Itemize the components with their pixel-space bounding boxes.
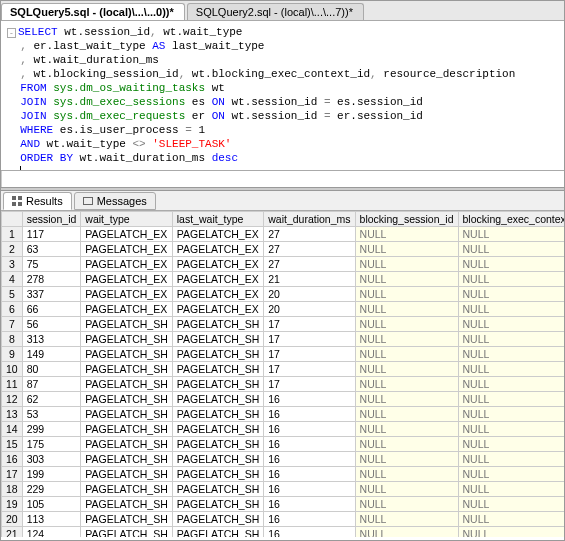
- cell-blocking-session-id[interactable]: NULL: [355, 332, 458, 347]
- cell-last-wait-type[interactable]: PAGELATCH_SH: [172, 422, 263, 437]
- outline-collapse-icon[interactable]: -: [7, 28, 16, 38]
- cell-blocking-session-id[interactable]: NULL: [355, 467, 458, 482]
- row-number[interactable]: 19: [2, 497, 23, 512]
- row-number[interactable]: 7: [2, 317, 23, 332]
- row-number[interactable]: 9: [2, 347, 23, 362]
- cell-last-wait-type[interactable]: PAGELATCH_SH: [172, 467, 263, 482]
- cell-blocking-session-id[interactable]: NULL: [355, 437, 458, 452]
- cell-last-wait-type[interactable]: PAGELATCH_SH: [172, 527, 263, 538]
- cell-wait-duration-ms[interactable]: 17: [264, 377, 355, 392]
- cell-wait-type[interactable]: PAGELATCH_SH: [81, 467, 172, 482]
- cell-wait-duration-ms[interactable]: 16: [264, 467, 355, 482]
- cell-blocking-session-id[interactable]: NULL: [355, 362, 458, 377]
- row-number[interactable]: 6: [2, 302, 23, 317]
- cell-wait-duration-ms[interactable]: 17: [264, 362, 355, 377]
- cell-blocking-session-id[interactable]: NULL: [355, 512, 458, 527]
- cell-blocking-session-id[interactable]: NULL: [355, 452, 458, 467]
- table-row[interactable]: 9149PAGELATCH_SHPAGELATCH_SH17NULLNULL8:…: [2, 347, 565, 362]
- cell-session-id[interactable]: 87: [22, 377, 81, 392]
- cell-last-wait-type[interactable]: PAGELATCH_SH: [172, 512, 263, 527]
- cell-blocking-session-id[interactable]: NULL: [355, 227, 458, 242]
- col-blocking-exec-context-id[interactable]: blocking_exec_context_id: [458, 212, 564, 227]
- table-row[interactable]: 1080PAGELATCH_SHPAGELATCH_SH17NULLNULL8:…: [2, 362, 565, 377]
- row-number[interactable]: 8: [2, 332, 23, 347]
- cell-session-id[interactable]: 313: [22, 332, 81, 347]
- cell-wait-duration-ms[interactable]: 20: [264, 302, 355, 317]
- cell-last-wait-type[interactable]: PAGELATCH_SH: [172, 392, 263, 407]
- cell-session-id[interactable]: 337: [22, 287, 81, 302]
- tab-results[interactable]: Results: [3, 192, 72, 210]
- cell-blocking-exec-context-id[interactable]: NULL: [458, 362, 564, 377]
- table-row[interactable]: 1187PAGELATCH_SHPAGELATCH_SH17NULLNULL8:…: [2, 377, 565, 392]
- cell-blocking-session-id[interactable]: NULL: [355, 302, 458, 317]
- cell-wait-type[interactable]: PAGELATCH_EX: [81, 242, 172, 257]
- row-number[interactable]: 18: [2, 482, 23, 497]
- cell-wait-duration-ms[interactable]: 16: [264, 392, 355, 407]
- cell-wait-duration-ms[interactable]: 20: [264, 287, 355, 302]
- cell-session-id[interactable]: 66: [22, 302, 81, 317]
- cell-wait-type[interactable]: PAGELATCH_EX: [81, 302, 172, 317]
- table-row[interactable]: 21124PAGELATCH_SHPAGELATCH_SH16NULLNULL8…: [2, 527, 565, 538]
- cell-blocking-exec-context-id[interactable]: NULL: [458, 452, 564, 467]
- cell-wait-duration-ms[interactable]: 16: [264, 422, 355, 437]
- cell-wait-duration-ms[interactable]: 27: [264, 257, 355, 272]
- cell-last-wait-type[interactable]: PAGELATCH_SH: [172, 377, 263, 392]
- cell-last-wait-type[interactable]: PAGELATCH_SH: [172, 437, 263, 452]
- row-number[interactable]: 15: [2, 437, 23, 452]
- cell-wait-type[interactable]: PAGELATCH_SH: [81, 332, 172, 347]
- row-number[interactable]: 13: [2, 407, 23, 422]
- cell-wait-type[interactable]: PAGELATCH_SH: [81, 527, 172, 538]
- col-wait-type[interactable]: wait_type: [81, 212, 172, 227]
- cell-last-wait-type[interactable]: PAGELATCH_EX: [172, 302, 263, 317]
- results-grid-wrapper[interactable]: session_id wait_type last_wait_type wait…: [1, 211, 564, 537]
- cell-blocking-session-id[interactable]: NULL: [355, 392, 458, 407]
- cell-wait-duration-ms[interactable]: 17: [264, 332, 355, 347]
- row-number[interactable]: 10: [2, 362, 23, 377]
- cell-blocking-exec-context-id[interactable]: NULL: [458, 287, 564, 302]
- cell-session-id[interactable]: 63: [22, 242, 81, 257]
- cell-wait-type[interactable]: PAGELATCH_SH: [81, 347, 172, 362]
- table-row[interactable]: 16303PAGELATCH_SHPAGELATCH_SH16NULLNULL8…: [2, 452, 565, 467]
- row-number[interactable]: 11: [2, 377, 23, 392]
- table-row[interactable]: 375PAGELATCH_EXPAGELATCH_EX27NULLNULL8:1…: [2, 257, 565, 272]
- row-number[interactable]: 1: [2, 227, 23, 242]
- cell-last-wait-type[interactable]: PAGELATCH_EX: [172, 227, 263, 242]
- cell-last-wait-type[interactable]: PAGELATCH_EX: [172, 287, 263, 302]
- row-number[interactable]: 5: [2, 287, 23, 302]
- cell-session-id[interactable]: 124: [22, 527, 81, 538]
- cell-session-id[interactable]: 62: [22, 392, 81, 407]
- cell-session-id[interactable]: 53: [22, 407, 81, 422]
- cell-last-wait-type[interactable]: PAGELATCH_SH: [172, 362, 263, 377]
- cell-wait-duration-ms[interactable]: 16: [264, 452, 355, 467]
- cell-last-wait-type[interactable]: PAGELATCH_EX: [172, 242, 263, 257]
- cell-wait-duration-ms[interactable]: 27: [264, 242, 355, 257]
- tab-query2[interactable]: SQLQuery2.sql - (local)\...\...7))*: [187, 3, 364, 20]
- cell-session-id[interactable]: 80: [22, 362, 81, 377]
- row-number[interactable]: 17: [2, 467, 23, 482]
- cell-blocking-session-id[interactable]: NULL: [355, 242, 458, 257]
- col-session-id[interactable]: session_id: [22, 212, 81, 227]
- cell-blocking-exec-context-id[interactable]: NULL: [458, 317, 564, 332]
- cell-wait-type[interactable]: PAGELATCH_SH: [81, 377, 172, 392]
- cell-wait-duration-ms[interactable]: 16: [264, 407, 355, 422]
- cell-wait-type[interactable]: PAGELATCH_SH: [81, 392, 172, 407]
- cell-last-wait-type[interactable]: PAGELATCH_SH: [172, 497, 263, 512]
- row-number[interactable]: 2: [2, 242, 23, 257]
- cell-blocking-session-id[interactable]: NULL: [355, 422, 458, 437]
- cell-wait-duration-ms[interactable]: 16: [264, 482, 355, 497]
- cell-wait-type[interactable]: PAGELATCH_SH: [81, 512, 172, 527]
- cell-blocking-exec-context-id[interactable]: NULL: [458, 242, 564, 257]
- table-row[interactable]: 4278PAGELATCH_EXPAGELATCH_EX21NULLNULL8:…: [2, 272, 565, 287]
- cell-wait-type[interactable]: PAGELATCH_SH: [81, 437, 172, 452]
- cell-session-id[interactable]: 299: [22, 422, 81, 437]
- cell-blocking-exec-context-id[interactable]: NULL: [458, 407, 564, 422]
- results-grid[interactable]: session_id wait_type last_wait_type wait…: [1, 211, 564, 537]
- cell-blocking-exec-context-id[interactable]: NULL: [458, 497, 564, 512]
- cell-wait-type[interactable]: PAGELATCH_EX: [81, 227, 172, 242]
- cell-blocking-session-id[interactable]: NULL: [355, 482, 458, 497]
- cell-blocking-exec-context-id[interactable]: NULL: [458, 392, 564, 407]
- cell-last-wait-type[interactable]: PAGELATCH_EX: [172, 257, 263, 272]
- cell-session-id[interactable]: 229: [22, 482, 81, 497]
- cell-wait-type[interactable]: PAGELATCH_SH: [81, 497, 172, 512]
- cell-blocking-session-id[interactable]: NULL: [355, 377, 458, 392]
